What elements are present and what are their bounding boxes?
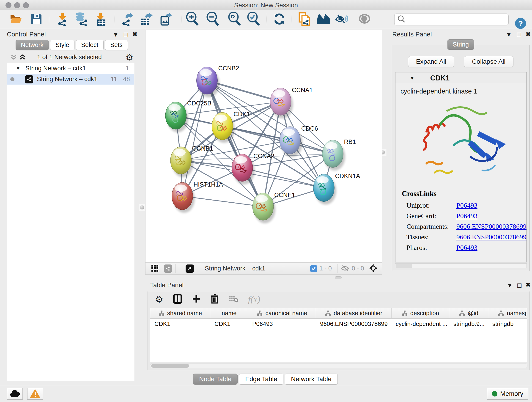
tab-network-table[interactable]: Network Table <box>285 374 338 385</box>
zoom-selected-icon[interactable] <box>247 12 260 27</box>
tree-expander-icon[interactable]: ▼ <box>16 66 20 71</box>
column-header[interactable]: description <box>392 308 449 318</box>
crosslink-link[interactable]: P06493 <box>456 242 477 253</box>
crosslink-row: GeneCard:P06493 <box>402 211 526 221</box>
network-view-toolbar: String Network – cdk1 1 - 0 0 - 0 <box>145 262 382 274</box>
crosslink-row: Pharos:P06493 <box>402 242 526 253</box>
collapse-all-button[interactable]: Collapse All <box>464 56 513 67</box>
node-section-header[interactable]: ▼ CDK1 <box>395 72 526 84</box>
titlebar: Session: New Session <box>0 0 532 10</box>
tab-select[interactable]: Select <box>76 40 104 50</box>
column-header[interactable]: shared name <box>150 308 210 318</box>
panel-menu-icon[interactable]: ▼ <box>113 31 119 38</box>
panel-menu-icon[interactable]: ▼ <box>507 282 513 289</box>
grid-view-icon[interactable] <box>151 264 159 273</box>
delete-table-icon[interactable] <box>228 295 239 304</box>
float-panel-icon[interactable]: □ <box>517 31 521 38</box>
column-header[interactable]: database identifier <box>316 308 392 318</box>
toolbar-separator <box>114 13 115 26</box>
memory-button[interactable]: Memory <box>487 388 528 400</box>
table-cell[interactable]: CDK1 <box>210 319 248 329</box>
crosslink-link[interactable]: 9606.ENSP00000378699 <box>456 221 526 232</box>
network-view-type-icon[interactable] <box>164 264 172 273</box>
export-network-icon[interactable] <box>121 12 134 27</box>
table-cell[interactable]: cyclin-dependent ... <box>392 319 449 329</box>
toolbar-separator <box>181 13 181 26</box>
cloud-icon <box>10 390 20 397</box>
table-row[interactable]: CDK1CDK1P064939606.ENSP00000378699cyclin… <box>150 319 527 329</box>
warnings-button[interactable] <box>27 388 43 400</box>
table-cell[interactable]: CDK1 <box>150 319 210 329</box>
show-columns-icon[interactable] <box>173 294 182 305</box>
left-splitter-handle[interactable] <box>139 204 146 211</box>
column-header[interactable]: namespace <box>488 308 527 318</box>
tab-string[interactable]: String <box>447 39 474 50</box>
delete-column-icon[interactable] <box>210 294 219 305</box>
first-neighbors-icon[interactable] <box>316 13 331 26</box>
panel-menu-icon[interactable]: ▼ <box>506 31 512 38</box>
export-image-icon[interactable] <box>159 12 172 27</box>
hidden-node-edge-counts: 0 - 0 <box>352 265 364 272</box>
expand-all-button[interactable]: Expand All <box>408 56 454 67</box>
cloud-status-button[interactable] <box>7 388 23 400</box>
svg-text:RB1: RB1 <box>344 138 356 145</box>
tab-edge-table[interactable]: Edge Table <box>239 374 283 385</box>
table-cell[interactable]: stringdb:9... <box>449 319 488 329</box>
tab-node-table[interactable]: Node Table <box>193 374 238 385</box>
table-cell[interactable]: stringdb <box>488 319 527 329</box>
show-all-icon[interactable] <box>358 13 371 26</box>
hide-selected-icon[interactable] <box>335 13 348 26</box>
close-panel-icon[interactable]: ✖ <box>526 281 531 288</box>
crosslink-link[interactable]: P06493 <box>456 200 477 211</box>
float-panel-icon[interactable]: □ <box>517 281 521 289</box>
crosslink-link[interactable]: P06493 <box>456 211 477 221</box>
selected-checkbox-icon[interactable] <box>310 265 317 272</box>
tab-sets[interactable]: Sets <box>105 40 128 50</box>
close-panel-icon[interactable]: ✖ <box>526 31 531 38</box>
search-field[interactable] <box>394 13 509 26</box>
add-column-icon[interactable] <box>192 294 201 304</box>
refresh-layout-icon[interactable] <box>273 13 286 26</box>
help-button[interactable]: ? <box>515 18 526 29</box>
column-header[interactable]: name <box>210 308 248 318</box>
network-options-gear-icon[interactable]: ⚙ <box>126 52 133 62</box>
export-table-icon[interactable] <box>140 12 152 27</box>
results-scrollbar[interactable] <box>395 263 527 268</box>
import-network-database-icon[interactable] <box>75 12 89 27</box>
close-panel-icon[interactable]: ✖ <box>133 31 138 38</box>
hidden-eye-icon[interactable] <box>341 264 349 273</box>
fit-selected-crosshair-icon[interactable] <box>369 264 378 274</box>
float-panel-icon[interactable]: □ <box>124 31 128 38</box>
zoom-fit-icon[interactable] <box>228 12 241 27</box>
network-collection-row[interactable]: ▼ String Network – cdk1 1 <box>7 63 134 74</box>
crosslink-row: Compartments:9606.ENSP00000378699 <box>402 221 526 232</box>
network-row[interactable]: String Network – cdk1 11 48 <box>7 74 134 85</box>
open-session-icon[interactable] <box>10 13 22 26</box>
column-header[interactable]: @id <box>449 308 488 318</box>
table-toolbar: ⚙ f(x) <box>148 291 529 307</box>
table-cell[interactable]: P06493 <box>248 319 316 329</box>
table-options-gear-icon[interactable]: ⚙ <box>155 294 163 305</box>
tab-network[interactable]: Network <box>16 40 49 50</box>
birds-eye-view-icon[interactable] <box>186 264 194 273</box>
crosslink-link[interactable]: 9606.ENSP00000378699 <box>456 232 526 242</box>
horizontal-splitter-grip[interactable] <box>335 276 342 279</box>
tab-style[interactable]: Style <box>50 40 75 50</box>
search-input[interactable] <box>405 16 504 23</box>
network-graph[interactable]: CCNB2CCNA1CDC25BCDK1CDC6RB1CCNB1CCNA2CDK… <box>146 30 382 262</box>
import-table-file-icon[interactable] <box>95 12 107 27</box>
save-session-icon[interactable] <box>31 13 42 26</box>
column-header[interactable]: canonical name <box>248 308 316 318</box>
table-cell[interactable]: 9606.ENSP00000378699 <box>316 319 392 329</box>
function-builder-icon[interactable]: f(x) <box>248 294 260 304</box>
import-network-file-icon[interactable] <box>56 12 69 27</box>
selected-node-edge-counts: 1 - 0 <box>319 265 332 272</box>
network-canvas[interactable]: CCNB2CCNA1CDC25BCDK1CDC6RB1CCNB1CCNA2CDK… <box>145 30 382 262</box>
column-type-icon <box>257 310 263 316</box>
table-horizontal-scrollbar[interactable] <box>150 363 527 368</box>
zoom-in-icon[interactable] <box>185 12 199 27</box>
network-edge-count: 48 <box>123 76 130 83</box>
zoom-out-icon[interactable] <box>206 12 219 27</box>
duplicate-network-icon[interactable] <box>298 12 311 27</box>
section-expander-icon[interactable]: ▼ <box>410 75 415 81</box>
